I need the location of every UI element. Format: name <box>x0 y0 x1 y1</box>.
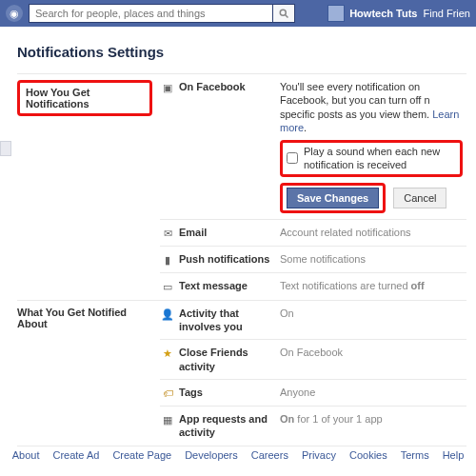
footer-link[interactable]: Create Page <box>112 449 171 461</box>
email-label: Email <box>175 226 280 239</box>
on-fb-label: On Facebook <box>175 80 280 93</box>
sound-checkbox-row[interactable]: Play a sound when each new notification … <box>287 145 456 172</box>
svg-point-0 <box>280 10 286 15</box>
close-friends-label: Close Friends activity <box>175 346 280 373</box>
push-value: Some notifications <box>280 252 463 266</box>
row-tags[interactable]: 🏷 Tags Anyone <box>160 380 466 407</box>
close-friends-value: On Facebook <box>280 346 463 359</box>
highlight-annotation: How You Get Notifications <box>17 80 152 116</box>
email-value: Account related notifications <box>280 226 463 239</box>
section-how: How You Get Notifications ▣ On Facebook … <box>17 74 466 301</box>
tag-icon: 🏷 <box>163 387 173 399</box>
row-activity[interactable]: 👤 Activity that involves you On <box>160 301 466 341</box>
fb-icon: ▣ <box>163 82 172 94</box>
section-what: What You Get Notified About 👤 Activity t… <box>17 301 466 446</box>
topbar: ◉ Howtech Tuts Find Frien <box>0 0 476 27</box>
settings-block: How You Get Notifications ▣ On Facebook … <box>17 73 466 446</box>
svg-line-1 <box>286 15 288 18</box>
avatar <box>327 5 345 22</box>
sms-value: Text notifications are turned off <box>280 279 463 292</box>
sound-label: Play a sound when each new notification … <box>304 145 456 172</box>
footer-link[interactable]: Cookies <box>349 449 387 461</box>
push-label: Push notifications <box>175 252 280 266</box>
row-apps[interactable]: ▦ App requests and activity On for 1 of … <box>160 407 466 446</box>
highlight-annotation: Play a sound when each new notification … <box>280 140 463 177</box>
fb-logo-icon[interactable]: ◉ <box>6 5 23 22</box>
tags-value: Anyone <box>280 386 463 399</box>
username-label: Howtech Tuts <box>349 8 417 19</box>
activity-label: Activity that involves you <box>175 307 280 334</box>
apps-value: On for 1 of your 1 app <box>280 412 463 426</box>
footer-link[interactable]: Careers <box>251 449 288 461</box>
section-how-title: How You Get Notifications <box>26 87 89 109</box>
apps-label: App requests and activity <box>175 412 280 440</box>
footer-link[interactable]: Privacy <box>302 449 336 461</box>
user-menu[interactable]: Howtech Tuts <box>327 5 417 22</box>
sound-checkbox[interactable] <box>287 152 298 164</box>
row-push[interactable]: ▮ Push notifications Some notifications <box>160 247 466 273</box>
sms-label: Text message <box>175 279 280 292</box>
person-icon: 👤 <box>161 308 174 321</box>
footer-link[interactable]: Developers <box>185 449 238 461</box>
row-email[interactable]: ✉ Email Account related notifications <box>160 220 466 247</box>
search-input[interactable] <box>29 4 272 23</box>
find-friends-link[interactable]: Find Frien <box>423 8 470 19</box>
footer-link[interactable]: Create Ad <box>52 449 99 461</box>
on-fb-desc: You'll see every notification on Faceboo… <box>280 80 463 134</box>
content: Notifications Settings How You Get Notif… <box>0 27 476 454</box>
sidebar-fragment <box>0 141 11 156</box>
activity-value: On <box>280 307 463 320</box>
row-on-facebook: ▣ On Facebook You'll see every notificat… <box>160 74 466 220</box>
search-wrap <box>29 4 295 23</box>
row-close-friends[interactable]: ★ Close Friends activity On Facebook <box>160 340 466 380</box>
footer-link[interactable]: Terms <box>401 449 429 461</box>
sms-icon: ▭ <box>163 281 172 293</box>
phone-icon: ▮ <box>165 254 170 267</box>
footer-link[interactable]: Help <box>443 449 465 461</box>
email-icon: ✉ <box>164 228 172 240</box>
footer: About Create Ad Create Page Developers C… <box>0 449 476 461</box>
star-icon: ★ <box>163 347 172 360</box>
page-title: Notifications Settings <box>17 44 466 60</box>
highlight-annotation: Save Changes <box>280 183 386 213</box>
section-what-title: What You Get Notified About <box>17 301 160 446</box>
tags-label: Tags <box>175 386 280 399</box>
footer-link[interactable]: About <box>12 449 40 461</box>
save-button[interactable]: Save Changes <box>287 188 379 208</box>
row-sms[interactable]: ▭ Text message Text notifications are tu… <box>160 273 466 300</box>
apps-icon: ▦ <box>163 414 172 426</box>
cancel-button[interactable]: Cancel <box>393 188 446 208</box>
search-icon[interactable] <box>272 4 295 23</box>
